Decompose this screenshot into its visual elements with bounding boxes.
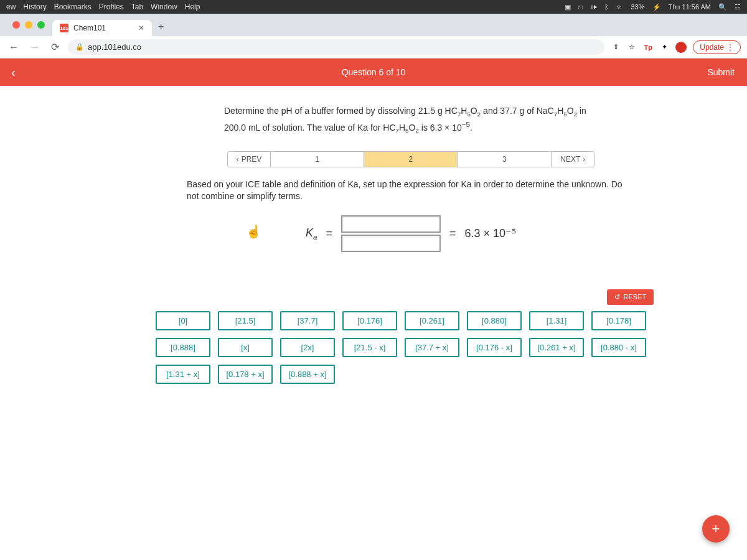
url-field[interactable]: 🔒 app.101edu.co: [68, 39, 604, 55]
tab-title: Chem101: [73, 24, 106, 32]
answer-tile[interactable]: [0.176 - x]: [467, 338, 522, 357]
denominator-slot[interactable]: [341, 235, 441, 252]
extension-tp-icon[interactable]: Tp: [643, 42, 653, 52]
tab-strip: 101 Chem101 ✕ +: [0, 14, 747, 36]
mac-menu-right: ▣ ⏍ 🕪 ᛒ ᯤ 33% ⚡ Thu 11:56 AM 🔍 ☷: [565, 3, 741, 11]
next-step-button[interactable]: NEXT ›: [551, 151, 594, 167]
answer-tile[interactable]: [0.888]: [156, 338, 210, 357]
prev-step-button[interactable]: ‹ PREV: [227, 151, 271, 167]
answer-tile[interactable]: [0.880 - x]: [591, 338, 646, 357]
spotlight-icon[interactable]: 🔍: [718, 3, 727, 11]
battery-icon[interactable]: ⚡: [652, 3, 661, 11]
menu-item[interactable]: Tab: [131, 2, 143, 11]
menu-item[interactable]: Window: [151, 2, 177, 11]
window-maximize-button[interactable]: [37, 21, 45, 29]
fraction-drop-zone: [341, 215, 441, 252]
menu-item[interactable]: Bookmarks: [54, 2, 92, 11]
answer-tile[interactable]: [1.31]: [529, 311, 584, 330]
question-prompt: Determine the pH of a buffer formed by d…: [224, 105, 598, 136]
equals-sign: =: [326, 227, 332, 240]
answer-tile[interactable]: [0.888 + x]: [280, 365, 335, 384]
answer-tile[interactable]: [0.880]: [467, 311, 522, 330]
step-1-button[interactable]: 1: [271, 151, 364, 167]
star-icon[interactable]: ☆: [627, 42, 637, 52]
window-minimize-button[interactable]: [25, 21, 32, 29]
new-tab-button[interactable]: +: [152, 17, 170, 36]
question-content: Determine the pH of a buffer formed by d…: [0, 86, 747, 560]
mac-menubar: ew History Bookmarks Profiles Tab Window…: [0, 0, 747, 14]
answer-tile[interactable]: [0.178 + x]: [218, 365, 273, 384]
menu-item[interactable]: History: [23, 2, 46, 11]
reset-button[interactable]: ↺ RESET: [607, 289, 654, 305]
profile-avatar-icon[interactable]: [675, 42, 687, 53]
answer-tile[interactable]: [37.7 + x]: [405, 338, 459, 357]
display-icon[interactable]: ⏍: [578, 3, 583, 11]
app-header: ‹ Question 6 of 10 Submit: [0, 58, 747, 86]
answer-tile[interactable]: [0]: [156, 311, 210, 330]
step-3-button[interactable]: 3: [458, 151, 551, 167]
reset-icon: ↺: [614, 293, 620, 301]
app-back-button[interactable]: ‹: [0, 65, 27, 80]
answer-tile[interactable]: [21.5]: [218, 311, 273, 330]
volume-icon[interactable]: 🕪: [590, 3, 597, 11]
answer-tile[interactable]: [37.7]: [280, 311, 335, 330]
numerator-slot[interactable]: [341, 215, 441, 233]
menu-item[interactable]: ew: [6, 2, 16, 11]
answer-tiles: [0][21.5][37.7][0.176][0.261][0.880][1.3…: [156, 311, 666, 384]
ka-value: 6.3 × 10⁻⁵: [465, 226, 517, 240]
answer-tile[interactable]: [1.31 + x]: [156, 365, 210, 384]
menu-item[interactable]: Help: [185, 2, 200, 11]
mac-menu-left: ew History Bookmarks Profiles Tab Window…: [6, 2, 200, 11]
forward-button[interactable]: →: [27, 39, 42, 55]
add-fab-button[interactable]: +: [702, 515, 730, 543]
step-navigator: ‹ PREV 1 2 3 NEXT ›: [112, 151, 710, 167]
answer-tile[interactable]: [21.5 - x]: [342, 338, 397, 357]
puzzle-icon[interactable]: ✦: [659, 42, 669, 52]
menu-item[interactable]: Profiles: [99, 2, 124, 11]
traffic-lights: [5, 21, 52, 29]
wifi-icon[interactable]: ᯤ: [616, 3, 623, 11]
answer-tile[interactable]: [2x]: [280, 338, 335, 357]
address-bar: ← → ⟳ 🔒 app.101edu.co ⇧ ☆ Tp ✦ Update ⋮: [0, 36, 747, 58]
control-center-icon[interactable]: ☷: [735, 3, 741, 11]
kebab-icon: ⋮: [726, 43, 734, 52]
answer-tile[interactable]: [0.261]: [405, 311, 459, 330]
ka-equation: Ka = = 6.3 × 10⁻⁵: [112, 215, 710, 252]
answer-tile[interactable]: [0.178]: [591, 311, 646, 330]
ka-label: Ka: [306, 226, 317, 241]
back-button[interactable]: ←: [6, 39, 21, 55]
tab-favicon-icon: 101: [60, 24, 68, 32]
browser-tab[interactable]: 101 Chem101 ✕: [52, 20, 152, 36]
url-text: app.101edu.co: [88, 42, 141, 52]
share-icon[interactable]: ⇧: [611, 42, 621, 52]
question-counter: Question 6 of 10: [342, 67, 406, 77]
answer-tile[interactable]: [x]: [218, 338, 273, 357]
window-close-button[interactable]: [12, 21, 20, 29]
battery-percent: 33%: [631, 3, 644, 11]
update-button[interactable]: Update ⋮: [693, 40, 741, 54]
submit-button[interactable]: Submit: [695, 67, 747, 77]
step-2-button[interactable]: 2: [364, 151, 458, 167]
reload-button[interactable]: ⟳: [49, 39, 62, 55]
answer-tile[interactable]: [0.261 + x]: [529, 338, 584, 357]
lock-icon: 🔒: [75, 43, 84, 51]
screen-share-icon[interactable]: ▣: [565, 3, 571, 11]
clock[interactable]: Thu 11:56 AM: [669, 3, 712, 11]
browser-window: 101 Chem101 ✕ + ← → ⟳ 🔒 app.101edu.co ⇧ …: [0, 14, 747, 560]
chem101-app: ‹ Question 6 of 10 Submit Determine the …: [0, 58, 747, 560]
tab-close-button[interactable]: ✕: [138, 24, 144, 32]
step-instruction: Based on your ICE table and definition o…: [187, 179, 635, 203]
bluetooth-icon[interactable]: ᛒ: [604, 3, 609, 11]
answer-tile[interactable]: [0.176]: [342, 311, 397, 330]
equals-sign-2: =: [449, 227, 456, 240]
